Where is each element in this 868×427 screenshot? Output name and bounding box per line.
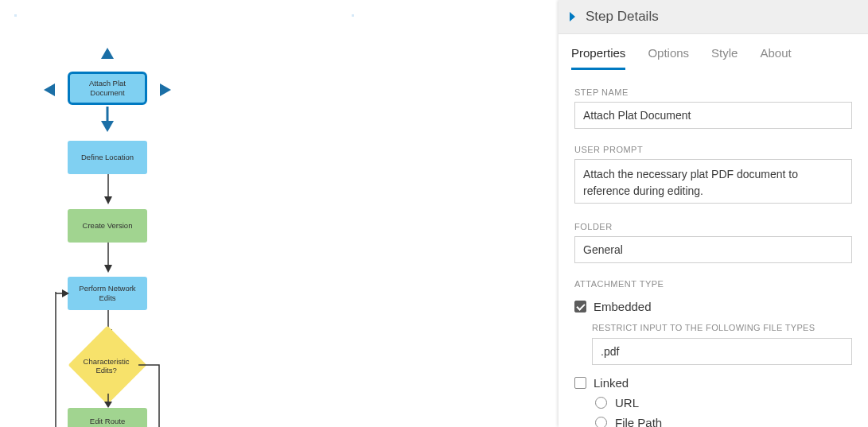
svg-marker-2	[101, 48, 114, 59]
workflow-canvas[interactable]: Attach Plat Document Define Location Cre…	[0, 0, 559, 427]
handle-top-icon[interactable]	[101, 48, 114, 59]
node-attach-plat-document[interactable]: Attach Plat Document	[68, 72, 147, 105]
tab-options[interactable]: Options	[648, 46, 689, 70]
node-edit-route[interactable]: Edit Route	[68, 408, 147, 427]
node-label: Characteristic Edits?	[79, 357, 134, 375]
svg-marker-8	[104, 265, 112, 273]
node-label: Attach Plat Document	[73, 79, 142, 98]
node-label: Define Location	[81, 153, 134, 162]
linked-checkbox[interactable]	[574, 377, 586, 389]
svg-marker-16	[570, 12, 575, 21]
embedded-label: Embedded	[594, 300, 652, 313]
filepath-radio[interactable]	[595, 417, 607, 427]
url-label: URL	[615, 396, 639, 410]
svg-marker-1	[160, 83, 171, 96]
connector-line	[106, 107, 109, 121]
node-label: Perform Network Edits	[71, 284, 144, 303]
folder-label: FOLDER	[574, 222, 852, 231]
grid-dot	[352, 14, 354, 17]
svg-marker-0	[44, 83, 55, 96]
handle-right-icon[interactable]	[160, 83, 171, 96]
chevron-right-icon	[570, 12, 576, 21]
tab-style[interactable]: Style	[711, 46, 738, 70]
step-name-label: STEP NAME	[574, 87, 852, 97]
panel-body: STEP NAME USER PROMPT FOLDER ATTACHMENT …	[559, 70, 868, 427]
svg-marker-3	[101, 121, 114, 132]
linked-row: Linked	[574, 373, 852, 393]
embedded-row: Embedded	[574, 297, 852, 316]
folder-input[interactable]	[574, 236, 852, 263]
user-prompt-label: USER PROMPT	[574, 145, 852, 154]
restrict-block: RESTRICT INPUT TO THE FOLLOWING FILE TYP…	[592, 323, 852, 365]
handle-bottom-icon[interactable]	[101, 121, 114, 132]
connector-line	[55, 292, 57, 427]
filepath-label: File Path	[615, 416, 662, 427]
svg-marker-6	[104, 196, 112, 204]
tab-properties[interactable]: Properties	[571, 46, 625, 70]
panel-header: Step Details	[559, 0, 868, 34]
panel-tabs: Properties Options Style About	[559, 34, 868, 70]
embedded-checkbox[interactable]	[574, 301, 586, 312]
collapse-panel-button[interactable]	[568, 0, 578, 33]
url-row: URL	[574, 393, 852, 413]
arrow-down-icon	[104, 243, 112, 274]
restrict-label: RESTRICT INPUT TO THE FOLLOWING FILE TYP…	[592, 323, 852, 332]
user-prompt-input[interactable]	[574, 159, 852, 204]
node-label: Edit Route	[90, 417, 125, 425]
step-name-input[interactable]	[574, 102, 852, 129]
panel-title: Step Details	[586, 9, 659, 25]
handle-left-icon[interactable]	[44, 83, 55, 96]
node-characteristic-edits[interactable]: Characteristic Edits?	[68, 326, 147, 405]
linked-label: Linked	[594, 376, 629, 390]
grid-dot	[14, 14, 17, 17]
restrict-input[interactable]	[592, 338, 852, 365]
filepath-row: File Path	[574, 413, 852, 427]
node-define-location[interactable]: Define Location	[68, 141, 147, 174]
node-create-version[interactable]: Create Version	[68, 209, 147, 243]
attachment-type-label: ATTACHMENT TYPE	[574, 279, 852, 289]
url-radio[interactable]	[595, 397, 607, 409]
node-label: Create Version	[83, 221, 133, 231]
step-details-panel: Step Details Properties Options Style Ab…	[559, 0, 868, 427]
tab-about[interactable]: About	[760, 46, 791, 70]
arrow-down-icon	[104, 174, 112, 206]
node-perform-network-edits[interactable]: Perform Network Edits	[68, 277, 147, 310]
